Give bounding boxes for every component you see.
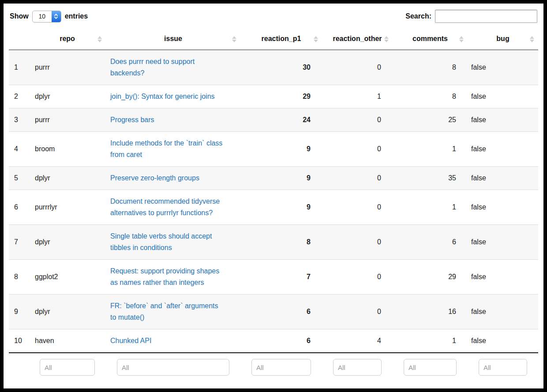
issue-link[interactable]: Document recommended tidyverse alternati… — [110, 198, 220, 217]
issue-link[interactable]: FR: `before` and `after` arguments to mu… — [110, 302, 218, 321]
cell-reaction_p1: 9 — [240, 190, 322, 225]
column-label: reaction_other — [333, 35, 382, 42]
cell-bug: false — [468, 295, 538, 329]
sort-both-icon — [530, 36, 534, 42]
column-filter-comments[interactable] — [404, 359, 457, 376]
column-filter-reaction_p1[interactable] — [251, 359, 311, 376]
cell-reaction_other: 0 — [322, 295, 393, 329]
cell-reaction_other: 0 — [322, 108, 393, 132]
filter-row — [9, 353, 538, 381]
filter-cell-empty — [9, 353, 29, 381]
cell-reaction_other: 0 — [322, 260, 393, 295]
cell-index: 2 — [9, 85, 29, 108]
cell-index: 6 — [9, 190, 29, 225]
cell-reaction_p1: 24 — [240, 108, 322, 132]
cell-index: 3 — [9, 108, 29, 132]
cell-issue: Single table verbs should accept tibbles… — [106, 225, 240, 260]
filter-cell-bug — [468, 353, 538, 381]
sort-both-icon — [384, 36, 389, 42]
cell-issue: Document recommended tidyverse alternati… — [106, 190, 240, 225]
cell-issue: join_by(): Syntax for generic joins — [106, 85, 240, 108]
cell-issue: Request: support providing shapes as nam… — [106, 260, 240, 295]
filter-cell-reaction_other — [322, 353, 393, 381]
table-row: 2dplyrjoin_by(): Syntax for generic join… — [9, 85, 538, 108]
filter-cell-comments — [393, 353, 468, 381]
column-header-issue[interactable]: issue — [106, 29, 240, 50]
page-length-select[interactable]: 10 — [32, 11, 61, 22]
column-header-repo[interactable]: repo — [29, 29, 106, 50]
issue-link[interactable]: Request: support providing shapes as nam… — [110, 267, 219, 286]
filter-cell-reaction_p1 — [240, 353, 322, 381]
entries-label: entries — [65, 12, 88, 20]
issue-link[interactable]: Progress bars — [110, 116, 154, 123]
column-filter-issue[interactable] — [117, 359, 229, 376]
cell-bug: false — [468, 329, 538, 353]
cell-repo: haven — [29, 329, 106, 353]
header-row: repoissuereaction_p1reaction_othercommen… — [9, 29, 538, 50]
column-header-comments[interactable]: comments — [393, 29, 468, 50]
column-filter-bug[interactable] — [479, 359, 527, 376]
cell-comments: 29 — [393, 260, 468, 295]
cell-repo: dplyr — [29, 85, 106, 108]
sort-both-icon — [97, 36, 102, 42]
column-label: bug — [496, 35, 509, 42]
cell-repo: dplyr — [29, 225, 106, 260]
cell-repo: broom — [29, 132, 106, 167]
cell-reaction_other: 0 — [322, 50, 393, 85]
table-footer — [9, 353, 538, 381]
issue-link[interactable]: join_by(): Syntax for generic joins — [110, 93, 215, 100]
column-header-bug[interactable]: bug — [468, 29, 538, 50]
column-filter-reaction_other[interactable] — [333, 359, 382, 376]
issue-link[interactable]: Include methods for the `train` class fr… — [110, 139, 222, 158]
cell-bug: false — [468, 50, 538, 85]
page-length-value: 10 — [33, 11, 52, 22]
cell-repo: ggplot2 — [29, 260, 106, 295]
filter-cell-repo — [29, 353, 106, 381]
cell-repo: purrr — [29, 50, 106, 85]
cell-index: 1 — [9, 50, 29, 85]
table-row: 10havenChunked API641false — [9, 329, 538, 353]
table-row: 3purrrProgress bars24025false — [9, 108, 538, 132]
cell-index: 8 — [9, 260, 29, 295]
table-row: 8ggplot2Request: support providing shape… — [9, 260, 538, 295]
cell-bug: false — [468, 225, 538, 260]
cell-reaction_other: 4 — [322, 329, 393, 353]
column-header-reaction_other[interactable]: reaction_other — [322, 29, 393, 50]
search-input[interactable] — [435, 10, 537, 23]
table-header: repoissuereaction_p1reaction_othercommen… — [9, 29, 538, 50]
column-filter-repo[interactable] — [40, 359, 95, 376]
cell-reaction_other: 0 — [322, 167, 393, 190]
cell-bug: false — [468, 108, 538, 132]
table-row: 7dplyrSingle table verbs should accept t… — [9, 225, 538, 260]
cell-reaction_p1: 30 — [240, 50, 322, 85]
table-row: 9dplyrFR: `before` and `after` arguments… — [9, 295, 538, 329]
issue-link[interactable]: Does purrr need to support backends? — [110, 58, 195, 77]
issue-link[interactable]: Chunked API — [110, 337, 151, 344]
cell-bug: false — [468, 260, 538, 295]
cell-reaction_p1: 6 — [240, 329, 322, 353]
cell-repo: purrrlyr — [29, 190, 106, 225]
cell-comments: 1 — [393, 132, 468, 167]
select-stepper-icon — [52, 11, 61, 22]
issue-link[interactable]: Preserve zero-length groups — [110, 174, 199, 182]
page-length-control: Show 10 entries — [10, 11, 88, 22]
cell-repo: dplyr — [29, 167, 106, 190]
search-control: Search: — [405, 10, 537, 23]
cell-reaction_p1: 9 — [240, 132, 322, 167]
issue-link[interactable]: Single table verbs should accept tibbles… — [110, 232, 212, 251]
sort-both-icon — [314, 36, 318, 42]
cell-reaction_p1: 6 — [240, 295, 322, 329]
column-label: reaction_p1 — [262, 35, 301, 42]
cell-comments: 25 — [393, 108, 468, 132]
cell-bug: false — [468, 85, 538, 108]
cell-bug: false — [468, 190, 538, 225]
cell-comments: 1 — [393, 329, 468, 353]
table-body: 1purrrDoes purrr need to support backend… — [9, 50, 538, 353]
column-header-reaction_p1[interactable]: reaction_p1 — [240, 29, 322, 50]
cell-index: 10 — [9, 329, 29, 353]
cell-index: 4 — [9, 132, 29, 167]
cell-repo: dplyr — [29, 295, 106, 329]
column-header-index — [9, 29, 29, 50]
table-row: 5dplyrPreserve zero-length groups9035fal… — [9, 167, 538, 190]
cell-issue: Preserve zero-length groups — [106, 167, 240, 190]
